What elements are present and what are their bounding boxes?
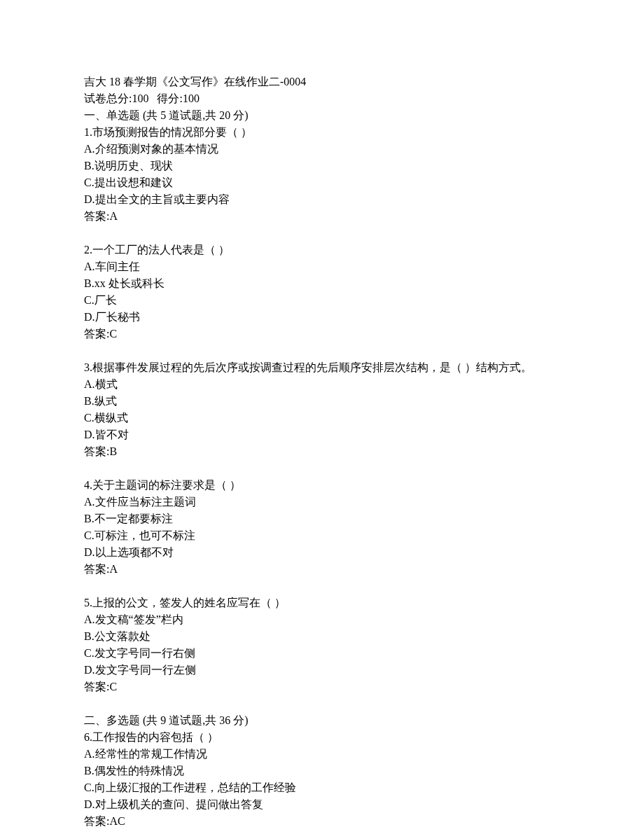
question-stem: 4.关于主题词的标注要求是（ ） [84, 477, 560, 494]
answer: 答案:A [84, 561, 560, 578]
question-stem: 5.上报的公文，签发人的姓名应写在（ ） [84, 595, 560, 611]
answer: 答案:C [84, 326, 560, 342]
option-d: D.皆不对 [84, 426, 560, 443]
option-d: D.厂长秘书 [84, 309, 560, 326]
option-a: A.横式 [84, 376, 560, 393]
option-b: B.不一定都要标注 [84, 510, 560, 527]
option-c: C.向上级汇报的工作进程，总结的工作经验 [84, 779, 560, 796]
option-a: A.经常性的常规工作情况 [84, 746, 560, 763]
option-d: D.对上级机关的查问、提问做出答复 [84, 796, 560, 813]
option-d: D.提出全文的主旨或主要内容 [84, 191, 560, 208]
option-b: B.纵式 [84, 393, 560, 410]
option-b: B.偶发性的特殊情况 [84, 763, 560, 779]
question-1: 1.市场预测报告的情况部分要（ ） A.介绍预测对象的基本情况 B.说明历史、现… [84, 124, 560, 225]
option-c: C.发文字号同一行右侧 [84, 645, 560, 662]
section1-heading: 一、单选题 (共 5 道试题,共 20 分) [84, 107, 560, 124]
option-c: C.横纵式 [84, 410, 560, 426]
question-5: 5.上报的公文，签发人的姓名应写在（ ） A.发文稿“签发”栏内 B.公文落款处… [84, 595, 560, 695]
answer: 答案:A [84, 208, 560, 225]
question-stem: 1.市场预测报告的情况部分要（ ） [84, 124, 560, 141]
option-a: A.介绍预测对象的基本情况 [84, 141, 560, 158]
option-a: A.文件应当标注主题词 [84, 494, 560, 510]
question-2: 2.一个工厂的法人代表是（ ） A.车间主任 B.xx 处长或科长 C.厂长 D… [84, 242, 560, 342]
question-stem: 6.工作报告的内容包括（ ） [84, 729, 560, 746]
option-a: A.车间主任 [84, 258, 560, 275]
section2-heading: 二、多选题 (共 9 道试题,共 36 分) [84, 712, 560, 729]
answer: 答案:AC [84, 813, 560, 830]
document-header: 吉大 18 春学期《公文写作》在线作业二-0004 试卷总分:100 得分:10… [84, 74, 560, 107]
document-page: 吉大 18 春学期《公文写作》在线作业二-0004 试卷总分:100 得分:10… [0, 0, 644, 834]
option-b: B.xx 处长或科长 [84, 275, 560, 292]
option-c: C.厂长 [84, 292, 560, 309]
option-b: B.说明历史、现状 [84, 158, 560, 174]
question-3: 3.根据事件发展过程的先后次序或按调查过程的先后顺序安排层次结构，是（ ）结构方… [84, 359, 560, 460]
question-stem: 3.根据事件发展过程的先后次序或按调查过程的先后顺序安排层次结构，是（ ）结构方… [84, 359, 560, 376]
question-stem: 2.一个工厂的法人代表是（ ） [84, 242, 560, 258]
answer: 答案:B [84, 443, 560, 460]
question-6: 6.工作报告的内容包括（ ） A.经常性的常规工作情况 B.偶发性的特殊情况 C… [84, 729, 560, 830]
option-a: A.发文稿“签发”栏内 [84, 611, 560, 628]
question-4: 4.关于主题词的标注要求是（ ） A.文件应当标注主题词 B.不一定都要标注 C… [84, 477, 560, 578]
option-d: D.以上选项都不对 [84, 544, 560, 561]
option-c: C.可标注，也可不标注 [84, 527, 560, 544]
answer: 答案:C [84, 679, 560, 695]
score-line: 试卷总分:100 得分:100 [84, 90, 560, 107]
document-title: 吉大 18 春学期《公文写作》在线作业二-0004 [84, 74, 560, 90]
option-c: C.提出设想和建议 [84, 174, 560, 191]
option-b: B.公文落款处 [84, 628, 560, 645]
option-d: D.发文字号同一行左侧 [84, 662, 560, 679]
